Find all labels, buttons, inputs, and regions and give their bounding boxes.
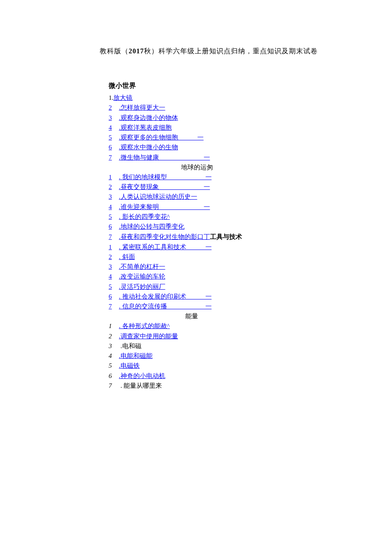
toc-item: 2. 斜面	[109, 252, 358, 262]
toc-item: 2.昼夜交替现象 一	[109, 182, 358, 192]
toc-number: 7	[109, 381, 113, 391]
section-separator: 能量	[185, 312, 358, 320]
toc-number[interactable]: 3	[109, 192, 113, 202]
toc-item: 4.改变运输的车轮	[109, 272, 358, 282]
toc-number: 6	[109, 371, 113, 381]
toc-item: 3.不简单的杠杆一	[109, 262, 358, 272]
section-heading: 微小世界	[109, 81, 358, 90]
toc-link[interactable]: . 影长的四季变花^	[119, 213, 170, 220]
toc-link[interactable]: .昼夜交替现象 一	[119, 183, 210, 190]
toc-number[interactable]: 6	[109, 142, 113, 152]
toc-link[interactable]: .电磁铁	[119, 362, 140, 369]
toc-item: 7.微生物与健康 一	[109, 153, 358, 163]
toc-item: 6.观察水中微小的生物	[109, 142, 358, 152]
toc-number[interactable]: 2	[109, 252, 113, 262]
toc-link[interactable]: . 紧密联系的工具和技术 一	[119, 244, 212, 250]
toc-item: 5.灵活巧妙的丽厂	[109, 282, 358, 292]
toc-number[interactable]: 5	[109, 133, 113, 142]
toc-item: 3 .电和磁	[109, 341, 358, 351]
toc-number[interactable]: 3	[109, 113, 113, 123]
toc-link[interactable]: . 信息的交流传播 一	[119, 303, 212, 310]
toc-number[interactable]: 7	[109, 153, 113, 163]
toc-number[interactable]: 4	[109, 272, 113, 282]
toc-number[interactable]: 7	[109, 302, 113, 311]
page-title: 教科版（2017秋）科学六年级上册知识点归纳，重点知识及期末试卷	[60, 47, 358, 56]
toc-link[interactable]: .灵活巧妙的丽厂	[119, 283, 165, 290]
toc-item: 1. 我们的地球模型 一	[109, 172, 358, 182]
toc-number[interactable]: 4	[109, 202, 113, 212]
toc-number[interactable]: 1	[109, 172, 113, 182]
toc-link: .电和磁	[119, 343, 141, 349]
toc-number[interactable]: 4	[109, 123, 113, 133]
document-page: 教科版（2017秋）科学六年级上册知识点归纳，重点知识及期末试卷 微小世界1.放…	[0, 0, 392, 433]
toc-item: 4.观察洋葱表皮细胞	[109, 123, 358, 133]
toc-number: 3	[109, 341, 113, 351]
toc-link[interactable]: .不简单的杠杆一	[119, 263, 165, 270]
toc-item: 1. 各种形式的能赦^	[109, 321, 358, 331]
toc-link[interactable]: .调查家中使用的能量	[119, 333, 178, 340]
toc-item: 3.人类认识地球运动的历史一	[109, 192, 358, 202]
toc-link[interactable]: .谁先迎来黎明 一	[119, 203, 210, 210]
toc-link[interactable]: . 斜面	[119, 253, 135, 260]
toc-item: 7. 信息的交流传播 一	[109, 302, 358, 311]
title-year: 2017	[129, 47, 144, 55]
toc-item: 7.昼夜和四季变化对生物的影口丁工具与技术	[109, 232, 358, 242]
toc-number[interactable]: 6	[109, 292, 113, 302]
toc-number[interactable]: 5	[109, 212, 113, 222]
inline-section-heading: 工具与技术	[210, 233, 242, 240]
title-suffix: 秋）科学六年级上册知识点归纳，重点知识及期末试卷	[144, 47, 318, 55]
toc-link: . 能量从哪里来	[119, 382, 162, 389]
toc-link[interactable]: .电能和磁能	[119, 352, 153, 359]
title-prefix: 教科版（	[100, 47, 129, 55]
toc-link[interactable]: . 推动社会发展的印刷术 一	[119, 293, 212, 300]
toc-link[interactable]: . 各种形式的能赦^	[119, 323, 170, 329]
toc-item: 1. 紧密联系的工具和技术 一	[109, 242, 358, 252]
toc-link[interactable]: 放大镜	[113, 94, 133, 101]
toc-link[interactable]: .怎样放得更大一	[119, 104, 165, 111]
toc-number: 2	[109, 331, 113, 341]
toc-item: 6. 推动社会发展的印刷术 一	[109, 292, 358, 302]
toc-link[interactable]: .神奇的小电动机	[119, 372, 165, 379]
toc-item: 2.怎样放得更大一	[109, 103, 358, 113]
toc-number[interactable]: 5	[109, 282, 113, 292]
toc-link[interactable]: .观察洋葱表皮细胞	[119, 124, 172, 131]
toc-number[interactable]: 6	[109, 222, 113, 232]
toc-item: 4.谁先迎来黎明 一	[109, 202, 358, 212]
toc-link[interactable]: . 我们的地球模型 一	[119, 174, 212, 180]
toc-link[interactable]: .观察更多的生物细胞 一	[119, 134, 204, 141]
toc-number: 4	[109, 351, 113, 361]
toc-link[interactable]: .人类认识地球运动的历史一	[119, 193, 197, 200]
section-separator: 地球的运匆	[181, 163, 358, 171]
toc-item: 3.观察身边微小的物体	[109, 113, 358, 123]
toc-link[interactable]: .地球的公转与四季变化	[119, 223, 184, 230]
toc-item: 2.调查家中使用的能量	[109, 331, 358, 341]
toc-number[interactable]: 3	[109, 262, 113, 272]
toc-number: 5	[109, 361, 113, 371]
toc-number[interactable]: 2	[109, 182, 113, 192]
toc-link[interactable]: .微生物与健康 一	[119, 154, 210, 161]
toc-number: 1.	[109, 93, 113, 103]
toc-item: 4.电能和磁能	[109, 351, 358, 361]
toc-item: 7 . 能量从哪里来	[109, 381, 358, 391]
toc-number[interactable]: 1	[109, 242, 113, 252]
toc-item: 6.地球的公转与四季变化	[109, 222, 358, 232]
toc-link[interactable]: .改变运输的车轮	[119, 273, 165, 280]
toc-item: 5.观察更多的生物细胞 一	[109, 133, 358, 142]
toc-item: 1.放大镜	[109, 93, 358, 103]
toc-item: 5. 影长的四季变花^	[109, 212, 358, 222]
toc-number: 1	[109, 321, 113, 331]
toc-item: 6.神奇的小电动机	[109, 371, 358, 381]
table-of-contents: 微小世界1.放大镜2.怎样放得更大一3.观察身边微小的物体4.观察洋葱表皮细胞5…	[109, 81, 358, 391]
toc-number[interactable]: 2	[109, 103, 113, 113]
toc-link[interactable]: .观察水中微小的生物	[119, 144, 178, 151]
toc-item: 5.电磁铁	[109, 361, 358, 371]
toc-number[interactable]: 7	[109, 232, 113, 242]
toc-link[interactable]: .观察身边微小的物体	[119, 114, 178, 121]
toc-link[interactable]: .昼夜和四季变化对生物的影口丁	[119, 233, 210, 240]
